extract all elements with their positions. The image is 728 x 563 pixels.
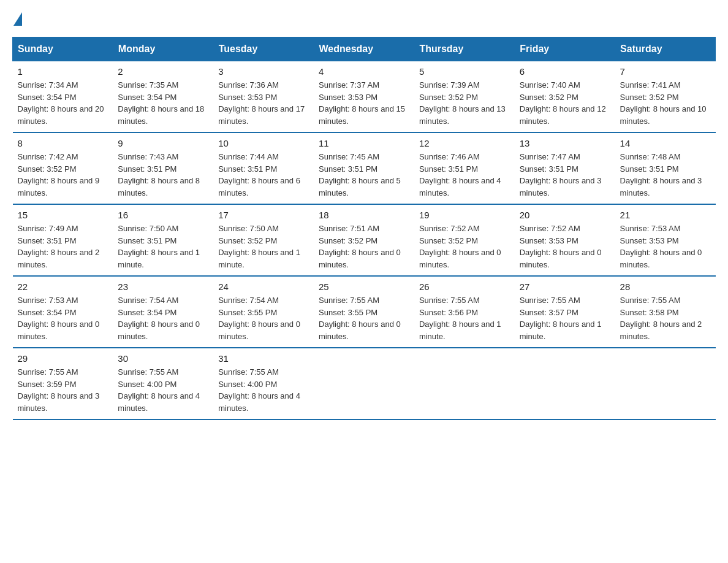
calendar-cell: 26Sunrise: 7:55 AMSunset: 3:56 PMDayligh…	[414, 276, 515, 348]
calendar-table: Sunday Monday Tuesday Wednesday Thursday…	[12, 37, 716, 420]
logo-triangle-icon	[13, 12, 22, 26]
day-info: Sunrise: 7:47 AMSunset: 3:51 PMDaylight:…	[520, 151, 610, 199]
day-info: Sunrise: 7:34 AMSunset: 3:54 PMDaylight:…	[18, 79, 108, 127]
day-number: 17	[218, 210, 309, 220]
day-info: Sunrise: 7:42 AMSunset: 3:52 PMDaylight:…	[18, 151, 108, 199]
calendar-cell: 11Sunrise: 7:45 AMSunset: 3:51 PMDayligh…	[314, 132, 414, 204]
day-info: Sunrise: 7:55 AMSunset: 4:00 PMDaylight:…	[218, 366, 309, 414]
calendar-cell: 23Sunrise: 7:54 AMSunset: 3:54 PMDayligh…	[113, 276, 213, 348]
day-number: 13	[520, 138, 610, 148]
calendar-cell: 7Sunrise: 7:41 AMSunset: 3:52 PMDaylight…	[615, 61, 716, 133]
day-number: 4	[319, 66, 409, 77]
page-header	[12, 12, 716, 25]
header-friday: Friday	[515, 37, 615, 61]
day-number: 19	[419, 210, 510, 220]
day-info: Sunrise: 7:53 AMSunset: 3:54 PMDaylight:…	[18, 294, 108, 342]
day-info: Sunrise: 7:55 AMSunset: 3:56 PMDaylight:…	[419, 294, 510, 342]
header-tuesday: Tuesday	[213, 37, 314, 61]
day-number: 26	[419, 282, 510, 292]
day-number: 6	[520, 66, 610, 77]
logo	[12, 12, 22, 25]
day-info: Sunrise: 7:55 AMSunset: 3:59 PMDaylight:…	[18, 366, 108, 414]
day-number: 28	[620, 282, 711, 292]
day-info: Sunrise: 7:54 AMSunset: 3:55 PMDaylight:…	[218, 294, 309, 342]
day-info: Sunrise: 7:41 AMSunset: 3:52 PMDaylight:…	[620, 79, 711, 127]
day-number: 24	[218, 282, 309, 292]
calendar-cell: 15Sunrise: 7:49 AMSunset: 3:51 PMDayligh…	[13, 204, 113, 276]
day-number: 7	[620, 66, 711, 77]
day-info: Sunrise: 7:54 AMSunset: 3:54 PMDaylight:…	[118, 294, 208, 342]
header-sunday: Sunday	[13, 37, 113, 61]
calendar-cell: 4Sunrise: 7:37 AMSunset: 3:53 PMDaylight…	[314, 61, 414, 133]
calendar-cell: 31Sunrise: 7:55 AMSunset: 4:00 PMDayligh…	[213, 348, 314, 419]
day-number: 9	[118, 138, 208, 148]
day-number: 20	[520, 210, 610, 220]
calendar-cell: 21Sunrise: 7:53 AMSunset: 3:53 PMDayligh…	[615, 204, 716, 276]
day-number: 14	[620, 138, 711, 148]
day-number: 10	[218, 138, 309, 148]
calendar-cell	[515, 348, 615, 419]
day-info: Sunrise: 7:50 AMSunset: 3:51 PMDaylight:…	[118, 223, 208, 270]
calendar-cell: 12Sunrise: 7:46 AMSunset: 3:51 PMDayligh…	[414, 132, 515, 204]
day-info: Sunrise: 7:45 AMSunset: 3:51 PMDaylight:…	[319, 151, 409, 199]
calendar-cell: 3Sunrise: 7:36 AMSunset: 3:53 PMDaylight…	[213, 61, 314, 133]
day-info: Sunrise: 7:36 AMSunset: 3:53 PMDaylight:…	[218, 79, 309, 127]
day-info: Sunrise: 7:49 AMSunset: 3:51 PMDaylight:…	[18, 223, 108, 270]
day-number: 31	[218, 353, 309, 364]
calendar-cell: 25Sunrise: 7:55 AMSunset: 3:55 PMDayligh…	[314, 276, 414, 348]
day-info: Sunrise: 7:55 AMSunset: 3:58 PMDaylight:…	[620, 294, 711, 342]
calendar-cell: 5Sunrise: 7:39 AMSunset: 3:52 PMDaylight…	[414, 61, 515, 133]
day-number: 21	[620, 210, 711, 220]
day-info: Sunrise: 7:50 AMSunset: 3:52 PMDaylight:…	[218, 223, 309, 270]
header-monday: Monday	[113, 37, 213, 61]
day-info: Sunrise: 7:46 AMSunset: 3:51 PMDaylight:…	[419, 151, 510, 199]
calendar-cell	[414, 348, 515, 419]
day-info: Sunrise: 7:55 AMSunset: 3:57 PMDaylight:…	[520, 294, 610, 342]
calendar-header: Sunday Monday Tuesday Wednesday Thursday…	[13, 37, 716, 61]
calendar-cell: 17Sunrise: 7:50 AMSunset: 3:52 PMDayligh…	[213, 204, 314, 276]
calendar-cell: 1Sunrise: 7:34 AMSunset: 3:54 PMDaylight…	[13, 61, 113, 133]
calendar-cell: 24Sunrise: 7:54 AMSunset: 3:55 PMDayligh…	[213, 276, 314, 348]
calendar-cell	[615, 348, 716, 419]
day-number: 2	[118, 66, 208, 77]
day-info: Sunrise: 7:40 AMSunset: 3:52 PMDaylight:…	[520, 79, 610, 127]
day-info: Sunrise: 7:53 AMSunset: 3:53 PMDaylight:…	[620, 223, 711, 270]
day-info: Sunrise: 7:51 AMSunset: 3:52 PMDaylight:…	[319, 223, 409, 270]
day-number: 30	[118, 353, 208, 364]
day-number: 15	[18, 210, 108, 220]
calendar-cell: 2Sunrise: 7:35 AMSunset: 3:54 PMDaylight…	[113, 61, 213, 133]
calendar-body: 1Sunrise: 7:34 AMSunset: 3:54 PMDaylight…	[13, 61, 716, 420]
day-info: Sunrise: 7:43 AMSunset: 3:51 PMDaylight:…	[118, 151, 208, 199]
calendar-week-row: 29Sunrise: 7:55 AMSunset: 3:59 PMDayligh…	[13, 348, 716, 419]
calendar-cell: 14Sunrise: 7:48 AMSunset: 3:51 PMDayligh…	[615, 132, 716, 204]
calendar-cell: 6Sunrise: 7:40 AMSunset: 3:52 PMDaylight…	[515, 61, 615, 133]
day-info: Sunrise: 7:48 AMSunset: 3:51 PMDaylight:…	[620, 151, 711, 199]
day-number: 23	[118, 282, 208, 292]
day-info: Sunrise: 7:52 AMSunset: 3:53 PMDaylight:…	[520, 223, 610, 270]
header-saturday: Saturday	[615, 37, 716, 61]
calendar-cell: 27Sunrise: 7:55 AMSunset: 3:57 PMDayligh…	[515, 276, 615, 348]
day-info: Sunrise: 7:52 AMSunset: 3:52 PMDaylight:…	[419, 223, 510, 270]
calendar-week-row: 1Sunrise: 7:34 AMSunset: 3:54 PMDaylight…	[13, 61, 716, 133]
day-info: Sunrise: 7:44 AMSunset: 3:51 PMDaylight:…	[218, 151, 309, 199]
day-info: Sunrise: 7:55 AMSunset: 4:00 PMDaylight:…	[118, 366, 208, 414]
calendar-week-row: 15Sunrise: 7:49 AMSunset: 3:51 PMDayligh…	[13, 204, 716, 276]
day-number: 11	[319, 138, 409, 148]
day-info: Sunrise: 7:55 AMSunset: 3:55 PMDaylight:…	[319, 294, 409, 342]
calendar-cell: 9Sunrise: 7:43 AMSunset: 3:51 PMDaylight…	[113, 132, 213, 204]
calendar-cell: 29Sunrise: 7:55 AMSunset: 3:59 PMDayligh…	[13, 348, 113, 419]
calendar-cell: 8Sunrise: 7:42 AMSunset: 3:52 PMDaylight…	[13, 132, 113, 204]
calendar-cell: 22Sunrise: 7:53 AMSunset: 3:54 PMDayligh…	[13, 276, 113, 348]
day-number: 25	[319, 282, 409, 292]
day-number: 5	[419, 66, 510, 77]
calendar-week-row: 22Sunrise: 7:53 AMSunset: 3:54 PMDayligh…	[13, 276, 716, 348]
day-number: 18	[319, 210, 409, 220]
calendar-cell: 30Sunrise: 7:55 AMSunset: 4:00 PMDayligh…	[113, 348, 213, 419]
calendar-cell: 16Sunrise: 7:50 AMSunset: 3:51 PMDayligh…	[113, 204, 213, 276]
day-number: 22	[18, 282, 108, 292]
calendar-cell: 10Sunrise: 7:44 AMSunset: 3:51 PMDayligh…	[213, 132, 314, 204]
header-wednesday: Wednesday	[314, 37, 414, 61]
day-number: 8	[18, 138, 108, 148]
weekday-header-row: Sunday Monday Tuesday Wednesday Thursday…	[13, 37, 716, 61]
day-number: 16	[118, 210, 208, 220]
